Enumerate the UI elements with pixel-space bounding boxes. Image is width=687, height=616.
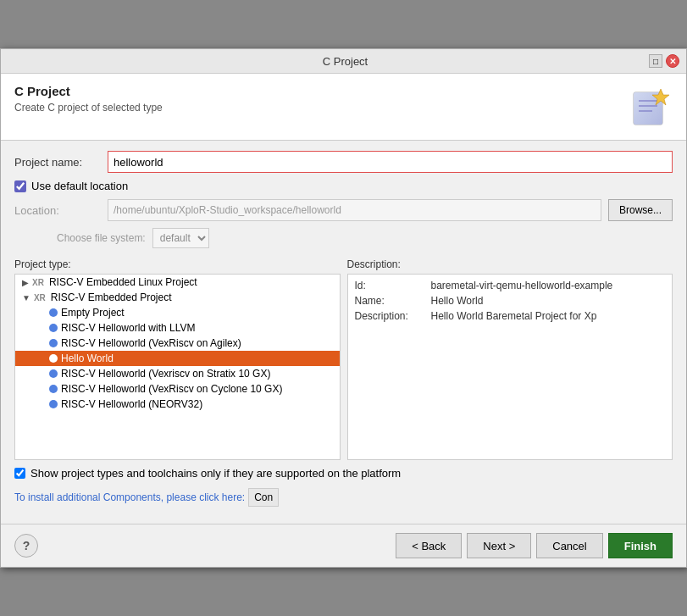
use-default-location-checkbox[interactable] [14,180,26,192]
chevron-right-icon: ▶ [22,278,29,287]
desc-id-key: Id: [355,280,431,291]
list-item[interactable]: RISC-V Helloworld with LLVM [15,320,340,336]
install-components-button[interactable]: Con [248,488,279,507]
tree-item-label: Empty Project [61,307,125,319]
show-platforms-row: Show project types and toolchains only i… [14,467,673,480]
finish-button[interactable]: Finish [608,533,673,558]
tree-item-label: Hello World [61,352,114,364]
list-item[interactable]: Hello World [15,351,340,366]
header-section: C Project Create C project of selected t… [1,74,686,141]
desc-id-value: baremetal-virt-qemu-helloworld-example [431,280,666,291]
list-item[interactable]: Empty Project [15,305,340,320]
bullet-icon [49,354,58,363]
list-item[interactable]: RISC-V Helloworld (VexRiscv on Agilex) [15,336,340,351]
project-type-tree[interactable]: ▶ XR RISC-V Embedded Linux Project ▼ XR … [14,274,341,460]
list-item[interactable]: ▶ XR RISC-V Embedded Linux Project [15,275,340,290]
project-type-label: Project type: [14,258,341,270]
location-label: Location: [14,204,108,217]
list-item[interactable]: RISC-V Helloworld (Vexriscv on Stratix 1… [15,366,340,381]
dialog-title: C Project [42,55,649,68]
minimize-icon: □ [653,57,658,66]
xr-badge: XR [34,293,46,302]
page-subtitle: Create C project of selected type [14,102,163,114]
footer: ? < Back Next > Cancel Finish [1,524,686,567]
back-button[interactable]: < Back [396,533,462,558]
tree-item-label: RISC-V Helloworld (VexRiscv on Cyclone 1… [61,383,282,395]
close-button[interactable]: ✕ [666,54,679,68]
browse-button[interactable]: Browse... [608,199,673,221]
filesystem-label: Choose file system: [57,232,146,244]
next-button[interactable]: Next > [467,533,531,558]
chevron-down-icon: ▼ [22,293,30,302]
help-button[interactable]: ? [14,534,38,558]
project-name-row: Project name: [14,151,673,173]
location-input[interactable] [108,199,601,221]
bullet-icon [49,324,58,332]
content-area: Project name: Use default location Locat… [1,141,686,524]
tree-item-label: RISC-V Helloworld (Vexriscv on Stratix 1… [61,368,270,380]
show-platforms-checkbox[interactable] [14,468,25,479]
tree-item-label: RISC-V Embedded Linux Project [49,276,197,288]
filesystem-row: Choose file system: default [14,228,673,248]
desc-description-key: Description: [355,310,431,322]
minimize-button[interactable]: □ [649,54,662,68]
desc-name-row: Name: Hello World [355,295,666,307]
desc-description-value: Hello World Baremetal Project for Xp [431,310,666,322]
xr-badge: XR [32,278,44,287]
title-bar: C Project □ ✕ [1,49,686,74]
description-label: Description: [347,258,673,270]
two-col-section: Project type: ▶ XR RISC-V Embedded Linux… [14,258,673,460]
help-icon: ? [23,539,30,552]
desc-description-row: Description: Hello World Baremetal Proje… [355,310,666,322]
bullet-icon [49,369,58,378]
bullet-icon [49,385,58,393]
close-icon: ✕ [669,57,676,66]
location-row: Location: Browse... [14,199,673,221]
install-components-text: To install additional Components, please… [14,491,245,503]
dialog: C Project □ ✕ C Project Create C project… [0,48,687,568]
page-title: C Project [14,84,163,98]
install-components-row: To install additional Components, please… [14,488,673,507]
project-type-section: Project type: ▶ XR RISC-V Embedded Linux… [14,258,341,460]
list-item[interactable]: ▼ XR RISC-V Embedded Project [15,290,340,305]
desc-name-key: Name: [355,295,431,307]
use-default-location-row: Use default location [14,180,673,192]
bullet-icon [49,400,58,408]
desc-id-row: Id: baremetal-virt-qemu-helloworld-examp… [355,280,666,291]
header-icon [627,84,673,130]
header-text: C Project Create C project of selected t… [14,84,163,114]
description-container: Id: baremetal-virt-qemu-helloworld-examp… [347,274,673,460]
bullet-icon [49,339,58,347]
cancel-button[interactable]: Cancel [536,533,602,558]
list-item[interactable]: RISC-V Helloworld (NEORV32) [15,397,340,412]
project-name-input[interactable] [108,151,673,173]
tree-item-label: RISC-V Helloworld with LLVM [61,322,196,334]
show-platforms-label: Show project types and toolchains only i… [30,467,401,480]
description-section: Description: Id: baremetal-virt-qemu-hel… [347,258,673,460]
tree-item-label: RISC-V Helloworld (VexRiscv on Agilex) [61,337,241,349]
project-name-label: Project name: [14,156,108,169]
bullet-icon [49,308,58,317]
use-default-location-label: Use default location [31,180,128,192]
tree-item-label: RISC-V Helloworld (NEORV32) [61,398,202,410]
filesystem-select[interactable]: default [152,228,209,248]
title-bar-controls: □ ✕ [649,54,679,68]
tree-item-label: RISC-V Embedded Project [51,291,172,303]
list-item[interactable]: RISC-V Helloworld (VexRiscv on Cyclone 1… [15,381,340,397]
desc-name-value: Hello World [431,295,666,307]
